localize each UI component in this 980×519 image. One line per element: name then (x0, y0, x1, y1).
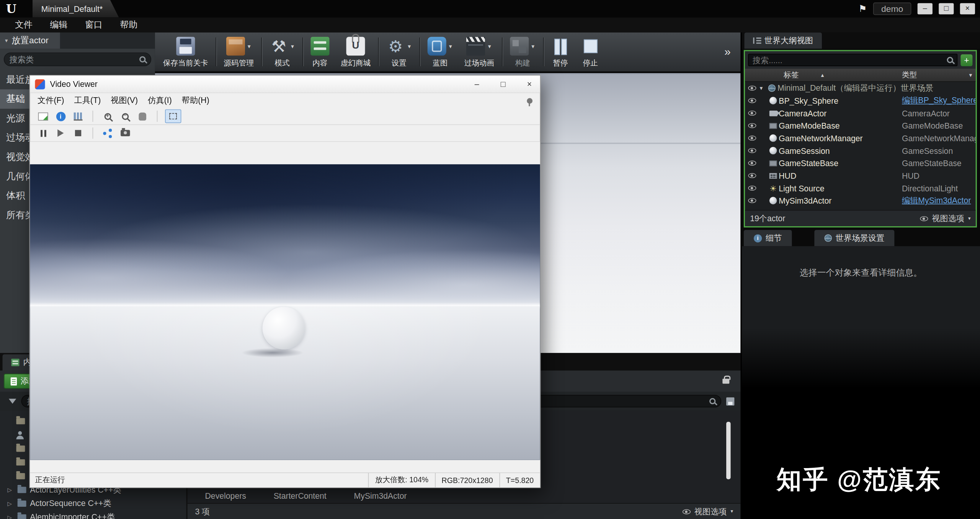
outliner-row-gamestatebase[interactable]: GameStateBase GameStateBase (745, 157, 975, 170)
zoom-out-button[interactable] (118, 110, 132, 122)
viewer-pause-button[interactable] (36, 127, 50, 139)
lock-icon[interactable] (722, 379, 729, 384)
type-column-header[interactable]: 类型 (902, 70, 917, 80)
outliner-row-light-source[interactable]: ☀ Light Source DirectionalLight (745, 182, 975, 194)
outliner-search-input[interactable] (753, 55, 943, 64)
graph-button[interactable] (101, 127, 114, 139)
tree-item-actorsequence[interactable]: ▷ ActorSequence C++类 (0, 497, 186, 511)
modes-button[interactable]: ⚒▼ 模式 (264, 35, 301, 69)
asset-folder-startercontent[interactable]: StarterContent (274, 491, 327, 500)
pause-button[interactable]: 暂停 (546, 35, 575, 69)
visibility-toggle[interactable] (745, 86, 759, 91)
outliner-view-options-button[interactable]: 视图选项 ▾ (920, 213, 970, 224)
details-tab[interactable]: 细节 (744, 230, 792, 246)
video-viewer-window[interactable]: Video Viewer – □ × 文件(F) 工具(T) 视图(V) 仿真(… (29, 75, 541, 488)
viewer-close-button[interactable]: × (519, 76, 540, 92)
viewer-stop-button[interactable] (71, 127, 85, 139)
viewer-menu-tools[interactable]: 工具(T) (69, 95, 106, 106)
chevron-down-icon[interactable]: ▼ (448, 43, 453, 49)
viewer-minimize-button[interactable]: – (466, 76, 488, 92)
menu-window[interactable]: 窗口 (76, 20, 111, 31)
world-outliner-tab[interactable]: 世界大纲视图 (744, 33, 822, 49)
class-search-input[interactable] (9, 55, 136, 64)
caret-right-icon[interactable]: ▷ (8, 487, 14, 493)
content-button[interactable]: 内容 (305, 35, 335, 69)
user-badge[interactable]: demo (873, 3, 911, 15)
snapshot-button[interactable] (118, 127, 132, 139)
visibility-toggle[interactable] (745, 123, 759, 128)
viewer-titlebar[interactable]: Video Viewer – □ × (30, 76, 540, 93)
world-settings-tab[interactable]: 世界场景设置 (814, 230, 894, 246)
caret-right-icon[interactable]: ▷ (8, 501, 14, 507)
build-button[interactable]: ▼ 构建 (504, 35, 541, 69)
filter-funnel-icon[interactable] (9, 399, 16, 404)
settings-button[interactable]: ⚙▼ 设置 (381, 35, 417, 69)
visibility-toggle[interactable] (745, 148, 759, 153)
place-actors-tab[interactable]: ▾ 放置actor (0, 33, 60, 49)
menu-edit[interactable]: 编辑 (41, 20, 76, 31)
menu-help[interactable]: 帮助 (111, 20, 146, 31)
toolbar-overflow-chevron[interactable]: » (717, 45, 738, 58)
outliner-row-bp-sky-sphere[interactable]: BP_Sky_Sphere 编辑BP_Sky_Sphere (745, 95, 975, 107)
add-actor-button[interactable]: + (960, 54, 972, 66)
cb-view-options-button[interactable]: 视图选项 ▾ (683, 506, 733, 517)
actor-type-link[interactable]: 编辑MySim3dActor (902, 195, 976, 206)
outliner-row-gamenetworkmanager[interactable]: GameNetworkManager GameNetworkManager (745, 132, 975, 144)
viewer-menu-file[interactable]: 文件(F) (33, 95, 69, 106)
chevron-down-icon[interactable]: ▼ (531, 43, 536, 49)
chevron-down-icon[interactable]: ▼ (487, 43, 492, 49)
close-button[interactable]: × (960, 3, 975, 14)
viewer-play-button[interactable] (54, 127, 67, 139)
histogram-button[interactable] (71, 110, 85, 122)
fit-to-window-button[interactable] (165, 109, 181, 123)
stop-button[interactable]: 停止 (575, 35, 605, 69)
actor-type-link[interactable]: 编辑BP_Sky_Sphere (902, 95, 976, 106)
viewer-maximize-button[interactable]: □ (493, 76, 514, 92)
pin-icon[interactable] (527, 98, 532, 104)
sort-ascending-icon[interactable]: ▲ (820, 72, 825, 78)
tree-item-alembicimporter[interactable]: ▷ AlembicImporter C++类 (0, 511, 186, 519)
visibility-toggle[interactable] (745, 98, 759, 103)
zoom-in-button[interactable] (101, 110, 114, 122)
asset-folder-developers[interactable]: Developers (205, 491, 246, 500)
load-image-button[interactable] (36, 110, 50, 122)
visibility-toggle[interactable] (745, 161, 759, 166)
outliner-row-gamemodebase[interactable]: GameModeBase GameModeBase (745, 119, 975, 132)
chevron-down-icon[interactable]: ▼ (407, 43, 412, 49)
visibility-toggle[interactable] (745, 186, 759, 191)
type-filter-icon[interactable]: ▼ (968, 72, 973, 78)
viewer-canvas[interactable] (30, 142, 540, 473)
asset-folder-mysim3dactor[interactable]: MySim3dActor (354, 491, 407, 500)
info-button[interactable] (54, 110, 67, 122)
label-column-header[interactable]: 标签 (784, 70, 799, 80)
outliner-row-gamesession[interactable]: GameSession GameSession (745, 144, 975, 157)
marketplace-button[interactable]: 虚幻商城 (335, 35, 376, 69)
pan-button[interactable] (136, 110, 149, 122)
save-filter-icon[interactable] (726, 397, 734, 405)
viewer-menu-simulate[interactable]: 仿真(I) (143, 95, 177, 106)
maximize-button[interactable]: □ (939, 3, 954, 14)
outliner-world-row[interactable]: ▼ Minimal_Default（编辑器中运行）世界场景 (745, 82, 975, 95)
viewer-menu-help[interactable]: 帮助(H) (177, 95, 214, 106)
minimize-button[interactable]: – (918, 3, 933, 14)
viewer-menu-view[interactable]: 视图(V) (106, 95, 143, 106)
chevron-down-icon[interactable]: ▼ (290, 43, 295, 49)
save-level-button[interactable]: 保存当前关卡 (157, 35, 214, 69)
caret-right-icon[interactable]: ▷ (8, 514, 14, 519)
outliner-row-cameraactor[interactable]: CameraActor CameraActor (745, 107, 975, 119)
project-tab[interactable]: Minimal_Default* (33, 0, 119, 18)
blueprints-button[interactable]: ▼ 蓝图 (422, 35, 459, 69)
visibility-toggle[interactable] (745, 111, 759, 116)
outliner-row-hud[interactable]: HUD HUD (745, 169, 975, 182)
caret-down-icon[interactable]: ▼ (759, 85, 766, 91)
visibility-toggle[interactable] (745, 198, 759, 203)
visibility-toggle[interactable] (745, 173, 759, 178)
cinematics-button[interactable]: ▼ 过场动画 (459, 35, 500, 69)
feedback-flag-icon[interactable]: ⚑ (858, 3, 867, 14)
asset-scrollbar[interactable] (726, 422, 730, 479)
chevron-down-icon[interactable]: ▼ (247, 43, 252, 49)
source-control-button[interactable]: ▼ 源码管理 (218, 35, 260, 69)
visibility-toggle[interactable] (745, 135, 759, 140)
menu-file[interactable]: 文件 (6, 20, 41, 31)
outliner-row-mysim3dactor[interactable]: MySim3dActor 编辑MySim3dActor (745, 194, 975, 207)
